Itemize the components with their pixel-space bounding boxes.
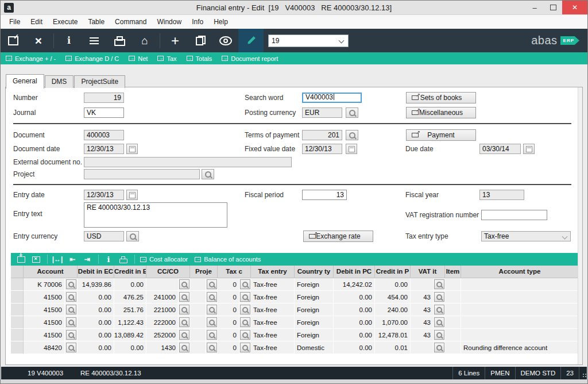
cell-credit_pc[interactable]: 12,478.01 xyxy=(375,329,411,341)
document-date-calendar-button[interactable] xyxy=(126,144,138,154)
row-handle[interactable] xyxy=(11,341,24,354)
new-button[interactable]: + xyxy=(163,30,188,51)
entry-currency-lookup-button[interactable] xyxy=(126,231,139,241)
cell-tax_entry[interactable]: Tax-free xyxy=(251,291,295,304)
cell-credit_ec[interactable]: 13,089.42 xyxy=(114,329,146,341)
fiscal-period-field[interactable]: 13 xyxy=(302,190,347,200)
menu-file[interactable]: File xyxy=(4,16,25,28)
menu-edit[interactable]: Edit xyxy=(25,16,48,28)
cell-account_type[interactable] xyxy=(461,278,579,291)
entry-text-field[interactable]: RE 400003/30.12.13 xyxy=(84,202,227,228)
cell-country[interactable]: Foreign xyxy=(295,316,334,329)
cell-cc_co[interactable]: 1430 xyxy=(146,341,179,354)
cell-proje[interactable] xyxy=(190,341,206,354)
action-tax[interactable]: Tax xyxy=(157,55,176,62)
project-lookup-button[interactable] xyxy=(202,169,214,179)
shrink-column-button[interactable]: ⇤ xyxy=(65,254,79,265)
lookup-button[interactable] xyxy=(179,330,189,340)
lookup-button[interactable] xyxy=(207,330,217,340)
fit-columns-button[interactable]: |↔| xyxy=(51,254,64,265)
journal-field[interactable]: VK xyxy=(84,107,124,118)
cell-tax_c[interactable]: 0 xyxy=(218,278,239,291)
lookup-button[interactable] xyxy=(66,343,76,352)
column-header[interactable]: Tax c xyxy=(218,266,251,278)
lookup-button[interactable] xyxy=(240,292,250,302)
entry-date-calendar-button[interactable] xyxy=(126,190,138,200)
cell-account[interactable]: 41500 xyxy=(24,291,65,304)
document-date-field[interactable]: 12/30/13 xyxy=(84,144,124,154)
cell-account[interactable]: 41500 xyxy=(24,316,65,329)
column-header[interactable]: Debit in PC xyxy=(334,266,375,278)
cell-vat[interactable] xyxy=(411,278,434,291)
column-header[interactable]: Account xyxy=(24,266,78,278)
cell-credit_pc[interactable]: 0.00 xyxy=(375,278,411,291)
row-handle[interactable] xyxy=(11,291,24,304)
lookup-button[interactable] xyxy=(207,343,217,352)
lookup-button[interactable] xyxy=(207,305,217,314)
cell-item[interactable] xyxy=(445,278,461,291)
row-handle[interactable] xyxy=(11,316,24,329)
cell-country[interactable]: Foreign xyxy=(295,291,334,304)
column-header[interactable]: Item xyxy=(445,266,461,278)
terms-of-payment-field[interactable]: 201 xyxy=(302,130,342,140)
grow-column-button[interactable]: ⇥ xyxy=(80,254,94,265)
lookup-button[interactable] xyxy=(179,305,189,314)
close-button[interactable]: ✕ xyxy=(562,1,587,14)
fixed-value-date-calendar-button[interactable] xyxy=(346,144,357,154)
cell-cc_co[interactable] xyxy=(146,278,179,291)
cell-tax_entry[interactable]: Tax-free xyxy=(251,278,295,291)
table-print-button[interactable] xyxy=(117,254,130,265)
cell-proje[interactable] xyxy=(190,304,206,316)
cell-cc_co[interactable]: 252000 xyxy=(146,329,179,341)
cell-credit_ec[interactable]: 476.25 xyxy=(114,291,146,304)
column-header[interactable]: CC/CO xyxy=(146,266,190,278)
lookup-button[interactable] xyxy=(179,343,189,352)
number-field[interactable]: 19 xyxy=(84,93,124,103)
cell-credit_pc[interactable]: 454.00 xyxy=(375,291,411,304)
cell-credit_ec[interactable]: 0.00 xyxy=(114,278,146,291)
tab-dms[interactable]: DMS xyxy=(45,75,74,88)
column-header[interactable]: VAT it xyxy=(411,266,445,278)
cell-credit_ec[interactable]: 0.00 xyxy=(114,341,146,354)
posting-currency-field[interactable]: EUR xyxy=(302,107,342,118)
lookup-button[interactable] xyxy=(434,305,444,314)
vertical-scrollbar[interactable] xyxy=(578,87,582,364)
cell-tax_entry[interactable]: Tax-free xyxy=(251,304,295,316)
tab-general[interactable]: General xyxy=(6,74,44,89)
home-button[interactable]: ⌂ xyxy=(132,30,157,51)
cell-country[interactable]: Foreign xyxy=(295,329,334,341)
row-handle[interactable] xyxy=(11,278,24,291)
info-button[interactable]: i xyxy=(56,30,82,51)
row-handle[interactable] xyxy=(11,304,24,316)
cell-cc_co[interactable]: 221000 xyxy=(146,304,179,316)
cell-proje[interactable] xyxy=(190,291,206,304)
cell-account_type[interactable] xyxy=(461,291,579,304)
lookup-button[interactable] xyxy=(434,292,444,302)
entry-currency-field[interactable]: USD xyxy=(84,231,124,241)
cell-tax_c[interactable]: 0 xyxy=(218,316,239,329)
cell-tax_entry[interactable]: Tax-free xyxy=(251,341,295,354)
cancel-button[interactable]: × xyxy=(26,30,51,51)
column-header[interactable]: Debit in EC xyxy=(78,266,114,278)
lookup-button[interactable] xyxy=(434,330,444,340)
lookup-button[interactable] xyxy=(240,279,250,289)
cell-tax_entry[interactable]: Tax-free xyxy=(251,316,295,329)
cell-credit_ec[interactable]: 251.76 xyxy=(114,304,146,316)
cell-item[interactable] xyxy=(445,316,461,329)
cell-debit_pc[interactable]: 0.00 xyxy=(334,304,375,316)
cell-item[interactable] xyxy=(445,304,461,316)
fixed-value-date-field[interactable]: 12/30/13 xyxy=(302,144,342,154)
list-button[interactable] xyxy=(82,30,107,51)
menu-table[interactable]: Table xyxy=(83,16,110,28)
fiscal-year-field[interactable]: 13 xyxy=(479,190,524,200)
cell-account[interactable]: 41500 xyxy=(24,304,65,316)
lookup-button[interactable] xyxy=(240,317,250,327)
menu-command[interactable]: Command xyxy=(110,16,152,28)
cell-cc_co[interactable]: 241000 xyxy=(146,291,179,304)
sets-of-books-button[interactable]: Sets of books xyxy=(406,92,476,103)
action-exchange-dc[interactable]: Exchange D / C xyxy=(65,55,119,62)
lookup-button[interactable] xyxy=(434,343,444,352)
due-date-field[interactable]: 03/30/14 xyxy=(479,144,521,154)
action-totals[interactable]: Totals xyxy=(187,55,212,62)
cell-tax_c[interactable]: 0 xyxy=(218,304,239,316)
